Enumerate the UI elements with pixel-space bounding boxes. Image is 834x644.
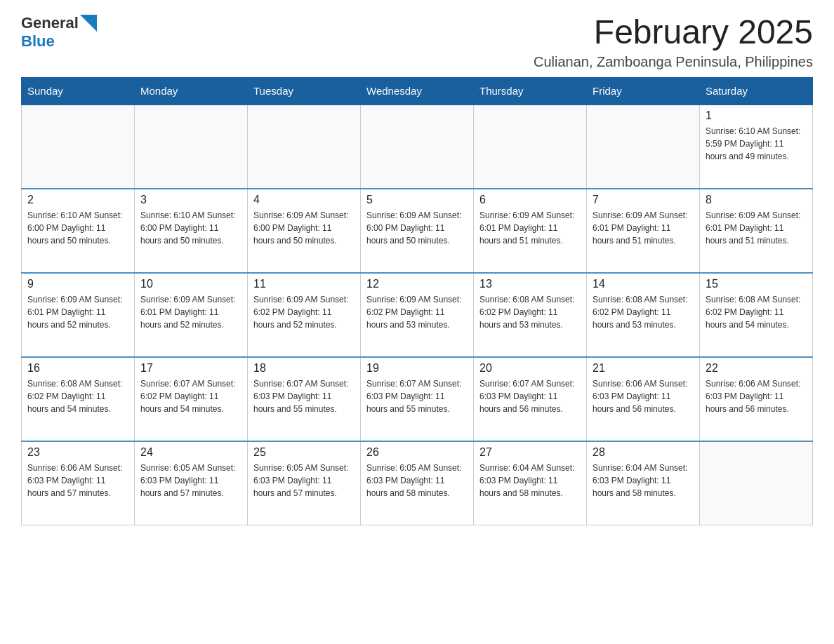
calendar-cell xyxy=(700,441,813,525)
calendar-cell: 16Sunrise: 6:08 AM Sunset: 6:02 PM Dayli… xyxy=(22,357,135,441)
calendar-cell: 19Sunrise: 6:07 AM Sunset: 6:03 PM Dayli… xyxy=(361,357,474,441)
calendar-cell: 5Sunrise: 6:09 AM Sunset: 6:00 PM Daylig… xyxy=(361,189,474,273)
day-number: 15 xyxy=(706,278,807,290)
calendar-cell: 17Sunrise: 6:07 AM Sunset: 6:02 PM Dayli… xyxy=(135,357,248,441)
calendar-cell: 6Sunrise: 6:09 AM Sunset: 6:01 PM Daylig… xyxy=(474,189,587,273)
day-number: 16 xyxy=(27,362,128,375)
page-header: General Blue February 2025 Culianan, Zam… xyxy=(21,14,813,70)
day-number: 23 xyxy=(27,446,128,459)
day-info: Sunrise: 6:04 AM Sunset: 6:03 PM Dayligh… xyxy=(593,462,694,499)
day-number: 8 xyxy=(706,194,807,206)
calendar-cell: 12Sunrise: 6:09 AM Sunset: 6:02 PM Dayli… xyxy=(361,273,474,357)
calendar-cell: 15Sunrise: 6:08 AM Sunset: 6:02 PM Dayli… xyxy=(700,273,813,357)
calendar-cell: 7Sunrise: 6:09 AM Sunset: 6:01 PM Daylig… xyxy=(587,189,700,273)
day-info: Sunrise: 6:09 AM Sunset: 6:01 PM Dayligh… xyxy=(479,209,581,247)
day-number: 4 xyxy=(253,194,355,206)
weekday-header-tuesday: Tuesday xyxy=(248,77,361,105)
day-number: 21 xyxy=(593,362,694,375)
calendar-cell: 1Sunrise: 6:10 AM Sunset: 5:59 PM Daylig… xyxy=(700,105,813,189)
calendar-cell: 24Sunrise: 6:05 AM Sunset: 6:03 PM Dayli… xyxy=(135,441,248,525)
day-number: 9 xyxy=(27,278,128,290)
calendar-cell: 26Sunrise: 6:05 AM Sunset: 6:03 PM Dayli… xyxy=(361,441,474,525)
day-info: Sunrise: 6:08 AM Sunset: 6:02 PM Dayligh… xyxy=(706,293,807,331)
day-info: Sunrise: 6:10 AM Sunset: 5:59 PM Dayligh… xyxy=(706,125,807,163)
day-info: Sunrise: 6:09 AM Sunset: 6:01 PM Dayligh… xyxy=(593,209,694,247)
day-info: Sunrise: 6:06 AM Sunset: 6:03 PM Dayligh… xyxy=(593,377,694,415)
day-number: 17 xyxy=(140,362,241,375)
calendar-cell: 23Sunrise: 6:06 AM Sunset: 6:03 PM Dayli… xyxy=(22,441,135,525)
day-number: 5 xyxy=(366,194,468,206)
calendar-cell: 4Sunrise: 6:09 AM Sunset: 6:00 PM Daylig… xyxy=(248,189,361,273)
day-info: Sunrise: 6:07 AM Sunset: 6:02 PM Dayligh… xyxy=(140,377,241,415)
day-info: Sunrise: 6:09 AM Sunset: 6:00 PM Dayligh… xyxy=(366,209,468,247)
logo-general-text: General xyxy=(21,14,79,32)
day-number: 18 xyxy=(253,362,355,375)
day-info: Sunrise: 6:08 AM Sunset: 6:02 PM Dayligh… xyxy=(593,293,694,331)
day-info: Sunrise: 6:07 AM Sunset: 6:03 PM Dayligh… xyxy=(253,377,355,415)
day-info: Sunrise: 6:09 AM Sunset: 6:02 PM Dayligh… xyxy=(366,293,468,331)
day-info: Sunrise: 6:10 AM Sunset: 6:00 PM Dayligh… xyxy=(140,209,241,247)
calendar-cell: 10Sunrise: 6:09 AM Sunset: 6:01 PM Dayli… xyxy=(135,273,248,357)
day-number: 10 xyxy=(140,278,241,290)
day-number: 27 xyxy=(479,446,581,459)
calendar-week-5: 23Sunrise: 6:06 AM Sunset: 6:03 PM Dayli… xyxy=(22,441,813,525)
day-info: Sunrise: 6:05 AM Sunset: 6:03 PM Dayligh… xyxy=(140,462,241,499)
calendar-cell: 9Sunrise: 6:09 AM Sunset: 6:01 PM Daylig… xyxy=(22,273,135,357)
day-number: 3 xyxy=(140,194,241,206)
title-section: February 2025 Culianan, Zamboanga Penins… xyxy=(534,14,813,70)
day-info: Sunrise: 6:08 AM Sunset: 6:02 PM Dayligh… xyxy=(27,377,128,415)
day-number: 12 xyxy=(366,278,468,290)
calendar-cell: 28Sunrise: 6:04 AM Sunset: 6:03 PM Dayli… xyxy=(587,441,700,525)
weekday-header-friday: Friday xyxy=(587,77,700,105)
location-subtitle: Culianan, Zamboanga Peninsula, Philippin… xyxy=(534,54,813,70)
calendar-cell xyxy=(248,105,361,189)
calendar-cell: 22Sunrise: 6:06 AM Sunset: 6:03 PM Dayli… xyxy=(700,357,813,441)
day-number: 26 xyxy=(366,446,468,459)
calendar-cell xyxy=(587,105,700,189)
weekday-header-row: SundayMondayTuesdayWednesdayThursdayFrid… xyxy=(22,77,813,105)
calendar-cell xyxy=(361,105,474,189)
day-info: Sunrise: 6:07 AM Sunset: 6:03 PM Dayligh… xyxy=(366,377,468,415)
calendar-cell: 14Sunrise: 6:08 AM Sunset: 6:02 PM Dayli… xyxy=(587,273,700,357)
day-number: 20 xyxy=(479,362,581,375)
day-info: Sunrise: 6:07 AM Sunset: 6:03 PM Dayligh… xyxy=(479,377,581,415)
day-number: 14 xyxy=(593,278,694,290)
calendar-week-2: 2Sunrise: 6:10 AM Sunset: 6:00 PM Daylig… xyxy=(22,189,813,273)
day-info: Sunrise: 6:09 AM Sunset: 6:02 PM Dayligh… xyxy=(253,293,355,331)
calendar-cell: 3Sunrise: 6:10 AM Sunset: 6:00 PM Daylig… xyxy=(135,189,248,273)
weekday-header-sunday: Sunday xyxy=(22,77,135,105)
calendar-table: SundayMondayTuesdayWednesdayThursdayFrid… xyxy=(21,77,813,526)
day-number: 2 xyxy=(27,194,128,206)
calendar-week-1: 1Sunrise: 6:10 AM Sunset: 5:59 PM Daylig… xyxy=(22,105,813,189)
day-info: Sunrise: 6:10 AM Sunset: 6:00 PM Dayligh… xyxy=(27,209,128,247)
calendar-cell: 21Sunrise: 6:06 AM Sunset: 6:03 PM Dayli… xyxy=(587,357,700,441)
month-title: February 2025 xyxy=(534,14,813,51)
calendar-cell: 11Sunrise: 6:09 AM Sunset: 6:02 PM Dayli… xyxy=(248,273,361,357)
calendar-cell: 13Sunrise: 6:08 AM Sunset: 6:02 PM Dayli… xyxy=(474,273,587,357)
logo-icon xyxy=(80,15,97,32)
calendar-cell: 2Sunrise: 6:10 AM Sunset: 6:00 PM Daylig… xyxy=(22,189,135,273)
day-number: 22 xyxy=(706,362,807,375)
day-number: 7 xyxy=(593,194,694,206)
day-info: Sunrise: 6:09 AM Sunset: 6:01 PM Dayligh… xyxy=(706,209,807,247)
day-number: 24 xyxy=(140,446,241,459)
calendar-cell xyxy=(22,105,135,189)
svg-marker-0 xyxy=(80,15,97,32)
logo: General Blue xyxy=(21,14,97,51)
day-number: 11 xyxy=(253,278,355,290)
calendar-cell xyxy=(135,105,248,189)
day-info: Sunrise: 6:06 AM Sunset: 6:03 PM Dayligh… xyxy=(27,462,128,499)
calendar-cell: 18Sunrise: 6:07 AM Sunset: 6:03 PM Dayli… xyxy=(248,357,361,441)
calendar-cell: 27Sunrise: 6:04 AM Sunset: 6:03 PM Dayli… xyxy=(474,441,587,525)
day-number: 28 xyxy=(593,446,694,459)
weekday-header-thursday: Thursday xyxy=(474,77,587,105)
day-info: Sunrise: 6:09 AM Sunset: 6:01 PM Dayligh… xyxy=(27,293,128,331)
day-number: 6 xyxy=(479,194,581,206)
day-info: Sunrise: 6:06 AM Sunset: 6:03 PM Dayligh… xyxy=(706,377,807,415)
weekday-header-saturday: Saturday xyxy=(700,77,813,105)
day-info: Sunrise: 6:08 AM Sunset: 6:02 PM Dayligh… xyxy=(479,293,581,331)
day-number: 1 xyxy=(706,109,807,122)
day-info: Sunrise: 6:09 AM Sunset: 6:00 PM Dayligh… xyxy=(253,209,355,247)
weekday-header-wednesday: Wednesday xyxy=(361,77,474,105)
day-number: 19 xyxy=(366,362,468,375)
